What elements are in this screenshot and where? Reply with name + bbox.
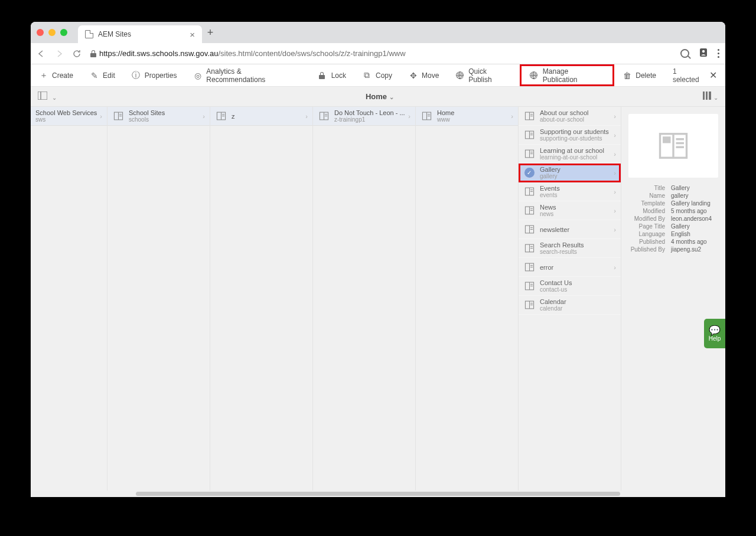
clear-selection-icon[interactable]: ✕ — [709, 70, 717, 81]
horizontal-scrollbar[interactable] — [31, 491, 725, 497]
page-item[interactable]: Calendarcalendar — [519, 296, 621, 315]
page-icon — [85, 30, 93, 38]
chevron-right-icon: › — [614, 207, 616, 214]
page-icon — [519, 149, 540, 159]
plus-icon: ＋ — [39, 71, 48, 80]
lock-button[interactable]: Lock — [310, 64, 354, 86]
chevron-right-icon: › — [614, 188, 616, 195]
page-icon — [519, 130, 540, 140]
chevron-right-icon: › — [614, 151, 616, 158]
lock-icon — [90, 50, 97, 57]
maximize-window[interactable] — [60, 29, 67, 36]
page-icon — [519, 281, 540, 291]
quick-publish-button[interactable]: 🌐︎Quick Publish — [447, 64, 520, 86]
breadcrumb[interactable]: Home⌄ — [64, 92, 696, 101]
url-host: https://edit.sws.schools.nsw.gov.au — [99, 49, 218, 58]
svg-point-1 — [702, 50, 705, 52]
globe-icon: 🌐︎ — [455, 71, 464, 80]
chevron-right-icon: › — [614, 264, 616, 271]
new-tab-button[interactable]: + — [202, 27, 219, 39]
back-button[interactable] — [37, 49, 46, 58]
chevron-right-icon: › — [408, 113, 410, 120]
column-item[interactable]: Do Not Touch - Leon - ...z-trainingp1 › — [313, 107, 415, 126]
page-item[interactable]: About our schoolabout-our-school› — [519, 107, 621, 126]
window-controls — [37, 29, 67, 36]
delete-button[interactable]: 🗑︎Delete — [614, 64, 664, 86]
close-tab-icon[interactable]: × — [190, 30, 195, 40]
detail-row: Page TitleGallery — [628, 223, 718, 230]
page-item[interactable]: newsletter› — [519, 220, 621, 239]
page-icon — [313, 111, 334, 121]
page-item[interactable]: Newsnews› — [519, 201, 621, 220]
detail-row: Modified Byleon.anderson4 — [628, 215, 718, 222]
create-button[interactable]: ＋Create — [31, 64, 82, 86]
column-item[interactable]: z › — [210, 107, 312, 126]
url-path: /sites.html/content/doe/sws/schools/z/z-… — [218, 49, 405, 58]
address-bar[interactable]: https://edit.sws.schools.nsw.gov.au/site… — [90, 49, 672, 58]
column-item[interactable]: School Sitesschools › — [107, 107, 210, 126]
column-item[interactable]: School Web Servicessws › — [31, 107, 107, 126]
check-icon: ✓ — [519, 168, 540, 178]
columns-icon — [703, 91, 711, 100]
chevron-right-icon: › — [203, 113, 205, 120]
info-icon: ⓘ — [132, 71, 141, 80]
copy-button[interactable]: ⧉Copy — [354, 64, 400, 86]
page-item[interactable]: Contact Uscontact-us — [519, 277, 621, 296]
detail-row: Namegallery — [628, 192, 718, 199]
page-item[interactable]: ✓Gallerygallery› — [519, 164, 621, 182]
page-icon — [519, 262, 540, 272]
rail-toggle[interactable]: ⌄ — [31, 91, 64, 102]
manage-publication-button[interactable]: 🌐︎Manage Publication — [520, 64, 614, 86]
globe-check-icon: 🌐︎ — [530, 71, 539, 80]
detail-panel: TitleGalleryNamegalleryTemplateGallery l… — [621, 107, 725, 491]
action-bar: ＋Create ✎Edit ⓘProperties ◎Analytics & R… — [31, 64, 725, 87]
copy-icon: ⧉ — [363, 71, 372, 80]
browser-window: AEM Sites × + https://edit.sws.schools.n… — [31, 22, 725, 497]
edit-button[interactable]: ✎Edit — [82, 64, 123, 86]
analytics-button[interactable]: ◎Analytics & Recommendations — [185, 64, 309, 86]
svg-rect-2 — [38, 91, 47, 100]
selection-status: 1 selected ✕ — [664, 67, 725, 84]
page-item[interactable]: Search Resultssearch-results — [519, 239, 621, 258]
svg-rect-65 — [663, 136, 671, 143]
tab-title: AEM Sites — [98, 30, 131, 38]
column-view: School Web Servicessws › School Sitessch… — [31, 107, 725, 491]
selection-count: 1 selected — [673, 67, 705, 84]
page-icon — [519, 205, 540, 215]
page-item[interactable]: Learning at our schoollearning-at-our-sc… — [519, 145, 621, 164]
page-item[interactable]: Eventsevents› — [519, 182, 621, 201]
page-item[interactable]: error› — [519, 258, 621, 277]
zoom-icon[interactable] — [680, 49, 689, 58]
chat-icon: 💬 — [709, 326, 721, 335]
column-item[interactable]: Homewww › — [416, 107, 518, 126]
detail-row: TemplateGallery landing — [628, 200, 718, 207]
profile-icon[interactable] — [699, 48, 708, 60]
browser-tab[interactable]: AEM Sites × — [78, 25, 202, 43]
chevron-right-icon: › — [614, 226, 616, 233]
minimize-window[interactable] — [48, 29, 56, 36]
column-2: z › — [210, 107, 313, 491]
help-button[interactable]: 💬 Help — [704, 319, 725, 348]
page-icon — [416, 111, 437, 121]
close-window[interactable] — [37, 29, 44, 36]
view-switcher[interactable]: ⌄ — [696, 91, 725, 102]
properties-button[interactable]: ⓘProperties — [123, 64, 185, 86]
browser-tabbar: AEM Sites × + — [31, 22, 725, 43]
browser-actions — [680, 48, 719, 60]
detail-row: TitleGallery — [628, 185, 718, 191]
reload-button[interactable] — [72, 49, 82, 58]
column-4: Homewww › — [416, 107, 519, 491]
chevron-right-icon: › — [614, 113, 616, 120]
detail-row: Published Byjiapeng.su2 — [628, 246, 718, 253]
template-icon — [657, 130, 689, 162]
column-1: School Sitesschools › — [107, 107, 210, 491]
chevron-right-icon: › — [100, 113, 102, 120]
move-icon: ✥ — [409, 71, 418, 80]
detail-row: Published4 months ago — [628, 238, 718, 245]
page-item[interactable]: Supporting our studentssupporting-our-st… — [519, 126, 621, 145]
move-button[interactable]: ✥Move — [400, 64, 447, 86]
chevron-right-icon: › — [305, 113, 308, 120]
column-pages: About our schoolabout-our-school›Support… — [519, 107, 621, 491]
forward-button[interactable] — [54, 49, 64, 58]
menu-icon[interactable] — [718, 49, 719, 58]
